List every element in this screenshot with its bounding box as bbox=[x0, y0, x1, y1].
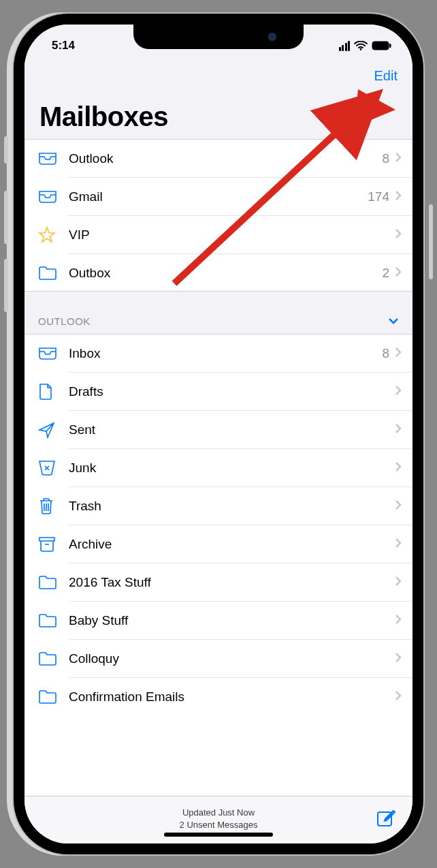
folder-row-archive[interactable]: Archive bbox=[25, 525, 412, 563]
mailbox-row-vip[interactable]: VIP bbox=[25, 216, 412, 253]
chevron-right-icon bbox=[395, 652, 402, 666]
section-title: OUTLOOK bbox=[38, 315, 91, 327]
folder-icon bbox=[38, 651, 69, 666]
svg-rect-1 bbox=[372, 42, 389, 50]
chevron-right-icon bbox=[395, 228, 402, 242]
folder-label: 2016 Tax Stuff bbox=[69, 575, 395, 590]
mailbox-label: Outbox bbox=[69, 266, 382, 281]
folder-row-trash[interactable]: Trash bbox=[25, 487, 412, 525]
folder-row-inbox[interactable]: Inbox 8 bbox=[25, 335, 412, 372]
battery-icon bbox=[372, 41, 392, 50]
mailbox-row-gmail[interactable]: Gmail 174 bbox=[25, 178, 412, 215]
folder-label: Colloquy bbox=[69, 651, 395, 666]
mailbox-label: VIP bbox=[69, 228, 395, 243]
page-title: Mailboxes bbox=[39, 102, 398, 132]
folder-row-baby-stuff[interactable]: Baby Stuff bbox=[25, 602, 412, 639]
folder-label: Drafts bbox=[69, 384, 395, 399]
cellular-icon bbox=[339, 41, 351, 51]
folder-count: 8 bbox=[382, 346, 389, 361]
mailbox-count: 8 bbox=[382, 151, 389, 166]
mailbox-row-outbox[interactable]: Outbox 2 bbox=[25, 254, 412, 292]
toolbar-status: Updated Just Now 2 Unsent Messages bbox=[180, 807, 258, 831]
star-icon bbox=[38, 226, 69, 244]
folder-row-confirmation-emails[interactable]: Confirmation Emails bbox=[25, 678, 412, 715]
folder-icon bbox=[38, 613, 69, 628]
chevron-down-icon bbox=[388, 315, 399, 327]
folder-label: Junk bbox=[69, 461, 395, 476]
chevron-right-icon bbox=[395, 190, 402, 204]
folder-row-sent[interactable]: Sent bbox=[25, 411, 412, 448]
folder-icon bbox=[38, 266, 69, 281]
folder-row-drafts[interactable]: Drafts bbox=[25, 373, 412, 410]
header: Edit Mailboxes bbox=[25, 59, 412, 140]
section-header-outlook[interactable]: OUTLOOK bbox=[25, 291, 412, 335]
edit-button[interactable]: Edit bbox=[374, 68, 398, 84]
mailbox-count: 174 bbox=[368, 189, 389, 204]
inbox-icon bbox=[38, 347, 69, 360]
mailbox-count: 2 bbox=[382, 266, 389, 281]
status-updated: Updated Just Now bbox=[180, 807, 258, 819]
mailbox-label: Gmail bbox=[69, 189, 368, 204]
status-unsent: 2 Unsent Messages bbox=[180, 819, 258, 831]
document-icon bbox=[38, 383, 69, 401]
folder-label: Sent bbox=[69, 422, 395, 437]
folder-icon bbox=[38, 689, 69, 704]
folder-label: Trash bbox=[69, 499, 395, 514]
trash-icon bbox=[38, 497, 69, 515]
mailbox-label: Outlook bbox=[69, 151, 382, 166]
chevron-right-icon bbox=[395, 347, 402, 360]
archive-icon bbox=[38, 536, 69, 553]
chevron-right-icon bbox=[395, 538, 402, 551]
send-icon bbox=[38, 421, 69, 439]
chevron-right-icon bbox=[395, 423, 402, 437]
mailbox-list: Outlook 8 Gmail 174 VIP bbox=[25, 140, 412, 796]
folder-label: Inbox bbox=[69, 346, 382, 361]
folder-icon bbox=[38, 575, 69, 590]
chevron-right-icon bbox=[395, 385, 402, 399]
inbox-icon bbox=[38, 190, 69, 204]
folder-label: Baby Stuff bbox=[69, 613, 395, 628]
chevron-right-icon bbox=[395, 461, 402, 475]
chevron-right-icon bbox=[395, 690, 402, 704]
mailbox-row-outlook[interactable]: Outlook 8 bbox=[25, 140, 412, 177]
status-icons bbox=[339, 41, 393, 51]
folder-label: Archive bbox=[69, 537, 395, 552]
home-indicator bbox=[164, 833, 273, 837]
compose-button[interactable] bbox=[374, 807, 398, 831]
chevron-right-icon bbox=[395, 152, 402, 166]
folder-label: Confirmation Emails bbox=[69, 689, 395, 704]
wifi-icon bbox=[354, 41, 368, 50]
inbox-icon bbox=[38, 152, 69, 166]
chevron-right-icon bbox=[395, 576, 402, 589]
folder-row-2016-tax-stuff[interactable]: 2016 Tax Stuff bbox=[25, 563, 412, 601]
svg-point-0 bbox=[360, 48, 362, 50]
folder-row-junk[interactable]: Junk bbox=[25, 449, 412, 486]
junk-icon bbox=[38, 460, 69, 476]
folder-row-colloquy[interactable]: Colloquy bbox=[25, 640, 412, 677]
chevron-right-icon bbox=[395, 499, 402, 513]
svg-rect-2 bbox=[389, 44, 391, 48]
status-time: 5:14 bbox=[52, 39, 75, 52]
chevron-right-icon bbox=[395, 266, 402, 280]
chevron-right-icon bbox=[395, 614, 402, 627]
